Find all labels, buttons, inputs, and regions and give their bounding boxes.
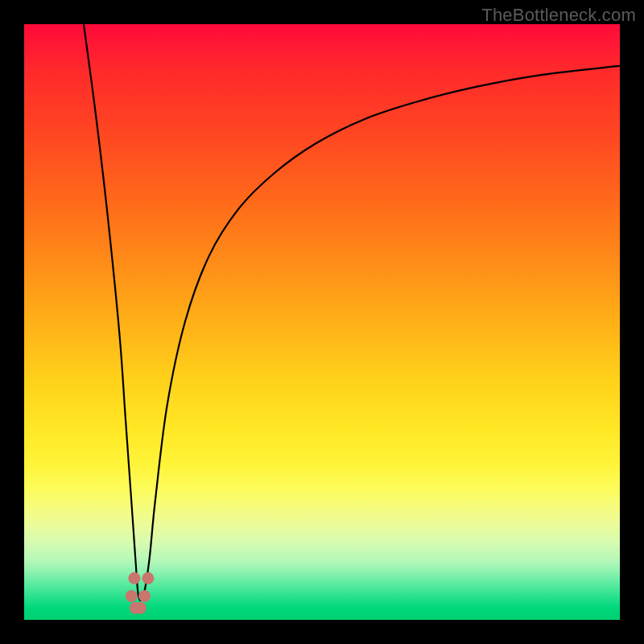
bottleneck-curve [84, 24, 620, 601]
plot-area [24, 24, 620, 620]
attribution-text: TheBottleneck.com [481, 5, 636, 26]
curve-marker [138, 590, 151, 602]
curve-marker [128, 572, 140, 584]
chart-svg [24, 24, 620, 620]
marker-group [126, 572, 155, 614]
chart-container: TheBottleneck.com [0, 0, 644, 644]
curve-marker [134, 602, 147, 614]
curve-marker [142, 572, 154, 584]
curve-marker [126, 590, 138, 602]
